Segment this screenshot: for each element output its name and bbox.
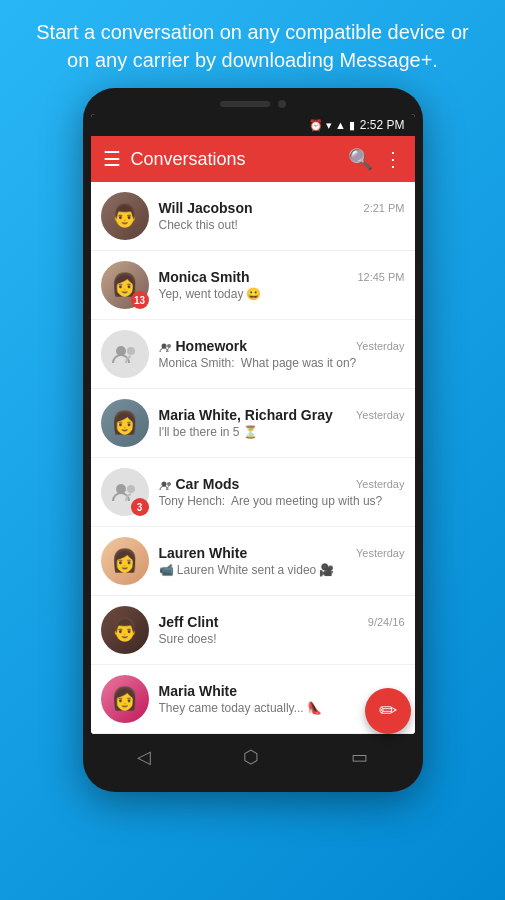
preview-text: Yep, went today xyxy=(159,287,244,301)
avatar-wrapper: 👩 xyxy=(101,399,149,447)
home-button[interactable]: ⬡ xyxy=(243,746,259,768)
avatar-wrapper: 👩 xyxy=(101,537,149,585)
avatar-wrapper: 👩 xyxy=(101,675,149,723)
back-button[interactable]: ◁ xyxy=(137,746,151,768)
preview-text: Are you meeting up with us? xyxy=(228,494,382,508)
conv-preview: I'll be there in 5 ⏳ xyxy=(159,425,405,439)
avatar-wrapper xyxy=(101,330,149,378)
conv-preview: Tony Hench: Are you meeting up with us? xyxy=(159,494,405,508)
conv-preview: 📹 Lauren White sent a video 🎥 xyxy=(159,563,405,577)
conv-header: Maria White, Richard Gray Yesterday xyxy=(159,407,405,423)
conversation-item[interactable]: 👩 Maria White, Richard Gray Yesterday I'… xyxy=(91,389,415,458)
preview-text: What page was it on? xyxy=(238,356,357,370)
compose-fab[interactable]: ✏ xyxy=(365,688,411,734)
conv-name: Car Mods xyxy=(159,476,240,492)
conv-header: Monica Smith 12:45 PM xyxy=(159,269,405,285)
conv-name: Homework xyxy=(159,338,248,354)
conv-name: Will Jacobson xyxy=(159,200,253,216)
preview-emoji: ⏳ xyxy=(243,425,258,439)
conv-name: Lauren White xyxy=(159,545,248,561)
svg-point-1 xyxy=(127,347,135,355)
app-title: Conversations xyxy=(131,149,338,170)
status-time: 2:52 PM xyxy=(360,118,405,132)
unread-badge: 3 xyxy=(131,498,149,516)
promo-text: Start a conversation on any compatible d… xyxy=(0,0,505,88)
conv-time: Yesterday xyxy=(356,409,405,421)
conv-time: 12:45 PM xyxy=(357,271,404,283)
recents-button[interactable]: ▭ xyxy=(351,746,368,768)
conv-preview: Yep, went today 😀 xyxy=(159,287,405,301)
conv-time: Yesterday xyxy=(356,547,405,559)
battery-icon: ▮ xyxy=(349,119,355,132)
conv-preview: Monica Smith: What page was it on? xyxy=(159,356,405,370)
conv-header: Maria White xyxy=(159,683,405,699)
conversation-item[interactable]: 👨 Will Jacobson 2:21 PM Check this out! xyxy=(91,182,415,251)
conv-name: Jeff Clint xyxy=(159,614,219,630)
conv-preview: Sure does! xyxy=(159,632,405,646)
conv-time: Yesterday xyxy=(356,340,405,352)
conv-content: Maria White, Richard Gray Yesterday I'll… xyxy=(159,407,405,439)
preview-text: They came today actually... xyxy=(159,701,304,715)
conv-content: Homework Yesterday Monica Smith: What pa… xyxy=(159,338,405,370)
conversation-list: 👨 Will Jacobson 2:21 PM Check this out! … xyxy=(91,182,415,734)
wifi-icon: ▾ xyxy=(326,119,332,132)
conversation-item[interactable]: 👨 Jeff Clint 9/24/16 Sure does! xyxy=(91,596,415,665)
preview-text: Check this out! xyxy=(159,218,238,232)
conv-header: Will Jacobson 2:21 PM xyxy=(159,200,405,216)
conv-name: Maria White xyxy=(159,683,238,699)
preview-emoji: 👠 xyxy=(307,701,322,715)
conv-content: Car Mods Yesterday Tony Hench: Are you m… xyxy=(159,476,405,508)
avatar: 👩 xyxy=(101,675,149,723)
front-camera xyxy=(278,100,286,108)
phone-frame: ⏰ ▾ ▲ ▮ 2:52 PM ☰ Conversations 🔍 ⋮ 👨 Wi… xyxy=(83,88,423,792)
alarm-icon: ⏰ xyxy=(309,119,323,132)
conv-time: 9/24/16 xyxy=(368,616,405,628)
unread-badge: 13 xyxy=(131,291,149,309)
phone-top-bar xyxy=(91,100,415,108)
conv-content: Jeff Clint 9/24/16 Sure does! xyxy=(159,614,405,646)
preview-emoji: 🎥 xyxy=(319,563,334,577)
preview-emoji: 😀 xyxy=(246,287,261,301)
conv-name: Maria White, Richard Gray xyxy=(159,407,333,423)
compose-icon: ✏ xyxy=(379,698,397,724)
avatar: 👩 xyxy=(101,537,149,585)
conv-content: Monica Smith 12:45 PM Yep, went today 😀 xyxy=(159,269,405,301)
conv-preview: Check this out! xyxy=(159,218,405,232)
status-bar: ⏰ ▾ ▲ ▮ 2:52 PM xyxy=(91,114,415,136)
conv-time: 2:21 PM xyxy=(364,202,405,214)
menu-button[interactable]: ☰ xyxy=(103,147,121,171)
avatar-wrapper: 3 xyxy=(101,468,149,516)
conv-header: Jeff Clint 9/24/16 xyxy=(159,614,405,630)
conversation-item[interactable]: 👩 Lauren White Yesterday 📹 Lauren White … xyxy=(91,527,415,596)
conv-header: Car Mods Yesterday xyxy=(159,476,405,492)
preview-text: I'll be there in 5 xyxy=(159,425,240,439)
avatar-group xyxy=(101,330,149,378)
preview-text: Sure does! xyxy=(159,632,217,646)
more-button[interactable]: ⋮ xyxy=(383,147,403,171)
avatar: 👨 xyxy=(101,606,149,654)
phone-nav: ◁ ⬡ ▭ xyxy=(91,738,415,776)
phone-screen: ⏰ ▾ ▲ ▮ 2:52 PM ☰ Conversations 🔍 ⋮ 👨 Wi… xyxy=(91,114,415,734)
conv-header: Lauren White Yesterday xyxy=(159,545,405,561)
avatar-wrapper: 👨 xyxy=(101,192,149,240)
preview-text: 📹 Lauren White sent a video xyxy=(159,563,317,577)
svg-point-7 xyxy=(167,482,171,486)
conv-content: Lauren White Yesterday 📹 Lauren White se… xyxy=(159,545,405,577)
conversation-item[interactable]: 👩 13 Monica Smith 12:45 PM Yep, went tod… xyxy=(91,251,415,320)
avatar: 👨 xyxy=(101,192,149,240)
avatar-wrapper: 👩 13 xyxy=(101,261,149,309)
conversation-item[interactable]: 👩 Maria White They came today actually..… xyxy=(91,665,415,734)
status-icons: ⏰ ▾ ▲ ▮ xyxy=(309,119,355,132)
preview-sender: Monica Smith: xyxy=(159,356,235,370)
conv-header: Homework Yesterday xyxy=(159,338,405,354)
phone-speaker xyxy=(220,101,270,107)
preview-sender: Tony Hench: xyxy=(159,494,226,508)
avatar: 👩 xyxy=(101,399,149,447)
conv-content: Will Jacobson 2:21 PM Check this out! xyxy=(159,200,405,232)
conversation-item[interactable]: 3 Car Mods Yesterday Tony Hench: Are you… xyxy=(91,458,415,527)
svg-point-3 xyxy=(167,344,171,348)
conversation-item[interactable]: Homework Yesterday Monica Smith: What pa… xyxy=(91,320,415,389)
signal-icon: ▲ xyxy=(335,119,346,131)
svg-point-5 xyxy=(127,485,135,493)
search-button[interactable]: 🔍 xyxy=(348,147,373,171)
